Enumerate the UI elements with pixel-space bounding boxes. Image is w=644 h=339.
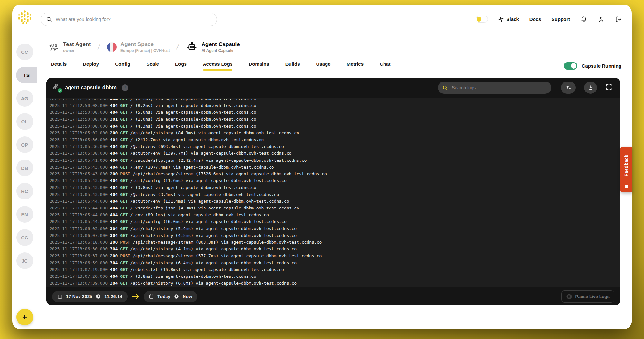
tabs-row: Details Deploy Config Scale Logs Access … [46,61,622,71]
tab-details[interactable]: Details [51,61,67,71]
slack-link-label: Slack [507,16,519,22]
sidebar-item-org-ol[interactable]: OL [16,113,33,130]
log-line: 2025-11-17T13:05:43.000 200 POST /api/ch… [50,170,620,177]
support-link[interactable]: Support [552,16,570,22]
log-line: 2025-11-17T12:50:08.000 404 GET / (4.3ms… [50,123,620,130]
log-line: 2025-11-17T13:06:07.000 304 GET /api/cha… [50,232,620,239]
tab-scale[interactable]: Scale [147,61,159,71]
tab-access-logs[interactable]: Access Logs [203,61,233,71]
service-name: agent-capsule-dbbm [65,85,117,91]
brand-logo-icon[interactable] [16,9,33,26]
log-line: 2025-11-17T12:50:08.000 404 GET / (8.2ms… [50,99,620,102]
log-line: 2025-11-17T13:06:03.000 304 GET /api/cha… [50,225,620,232]
sidebar-item-org-en[interactable]: EN [16,206,33,223]
sidebar-divider [17,35,32,35]
tab-logs[interactable]: Logs [175,61,187,71]
log-line: 2025-11-17T13:07:39.000 304 GET /api/cha… [50,280,620,286]
tab-metrics[interactable]: Metrics [347,61,364,71]
service-nodes-icon [53,83,61,92]
log-line: 2025-11-17T12:50:08.000 404 GET / (8.2ms… [50,102,620,109]
log-line: 2025-11-17T13:07:19.000 404 GET /robots.… [50,266,620,273]
log-line: 2025-11-17T13:05:38.000 404 GET /actutor… [50,150,620,157]
log-line: 2025-11-17T13:07:20.000 404 GET / (3.8ms… [50,273,620,280]
account-icon[interactable] [598,16,605,23]
theme-toggle-knob [477,17,481,22]
space-region: Europe (France) | OVH-test [120,48,170,53]
organisation-name: Test Agent [63,41,91,48]
log-line: 2025-11-17T13:05:36.000 404 GET / (2412.… [50,136,620,143]
log-line: 2025-11-17T12:50:08.000 301 GET / (1.0ms… [50,116,620,122]
log-line: 2025-11-17T13:05:43.000 404 GET /@vite/e… [50,191,620,198]
feedback-tab[interactable]: Feedback [620,147,632,192]
clock-icon [174,294,179,299]
capsule-type: AI Agent Capsule [202,48,240,53]
info-icon[interactable]: ! [122,84,128,91]
logout-icon[interactable] [615,16,622,23]
main-area: Slack Docs Support [37,5,632,329]
calendar-icon [57,294,62,299]
content-area: Test Agent owner / Agent Space Europe (F… [37,34,632,329]
calendar-icon [149,294,154,299]
log-line: 2025-11-17T13:05:44.000 404 GET /.env (8… [50,211,620,218]
space-name: Agent Space [120,41,170,48]
sidebar-item-org-jc[interactable]: JC [16,252,33,269]
download-logs-button[interactable] [584,82,597,94]
log-body[interactable]: 2025-11-17T12:50:08.000 404 GET / (8.2ms… [46,98,620,287]
add-organisation-button[interactable]: + [16,309,33,325]
log-line: 2025-11-17T13:05:02.000 200 GET /api/cha… [50,130,620,136]
pause-icon [566,294,572,300]
pause-live-logs-button[interactable]: Pause Live Logs [561,290,614,303]
breadcrumb-capsule[interactable]: Agent Capsule AI Agent Capsule [186,41,240,53]
sidebar-item-org-rc[interactable]: RC [16,183,33,199]
clock-icon [96,294,101,299]
slack-icon [498,16,504,22]
france-flag-icon [107,42,117,52]
breadcrumb-organisation[interactable]: Test Agent owner [48,41,91,53]
to-datetime-picker[interactable]: Today Now [144,291,197,302]
breadcrumb: Test Agent owner / Agent Space Europe (F… [46,41,622,53]
tab-bar: Details Deploy Config Scale Logs Access … [51,61,390,71]
tab-domains[interactable]: Domains [249,61,269,71]
service-healthy-check-icon [58,88,62,93]
tab-builds[interactable]: Builds [285,61,300,71]
from-datetime-picker[interactable]: 17 Nov 2025 11:26:14 [52,291,128,302]
log-line: 2025-11-17T12:50:08.000 404 GET / (5.0ms… [50,109,620,116]
docs-link[interactable]: Docs [529,16,541,22]
sidebar-item-org-ts-active[interactable]: TS [16,67,37,83]
app-window: CC TS AG OL OP DB RC EN CC JC + Slack Do… [12,5,632,329]
breadcrumb-space[interactable]: Agent Space Europe (France) | OVH-test [107,41,170,53]
team-icon [48,42,59,53]
log-line: 2025-11-17T13:06:30.000 304 GET /api/cha… [50,246,620,252]
breadcrumb-separator: / [97,43,101,51]
log-line: 2025-11-17T13:05:44.000 404 GET /.git/co… [50,218,620,225]
global-search[interactable] [41,13,217,26]
theme-toggle[interactable] [476,16,488,23]
to-date: Today [157,294,170,299]
log-line: 2025-11-17T13:06:59.000 304 GET /api/cha… [50,259,620,266]
log-line: 2025-11-17T13:05:43.000 404 GET /.git/co… [50,177,620,184]
log-line: 2025-11-17T13:05:44.000 404 GET /.vscode… [50,205,620,211]
notifications-bell-icon[interactable] [580,16,587,23]
sidebar-item-org-op[interactable]: OP [16,136,33,153]
capsule-name: Agent Capsule [202,41,240,48]
slack-link[interactable]: Slack [498,16,519,22]
tab-chat[interactable]: Chat [380,61,390,71]
filter-logs-button[interactable] [561,82,576,94]
from-time: 11:26:14 [104,294,122,299]
capsule-status-label: Capsule Running [582,63,621,69]
global-search-input[interactable] [55,16,212,22]
sidebar-item-org-cc-2[interactable]: CC [16,229,33,246]
log-search-input[interactable] [451,85,547,91]
tab-config[interactable]: Config [115,61,130,71]
fullscreen-icon[interactable] [605,83,614,92]
tab-usage[interactable]: Usage [316,61,331,71]
sidebar-item-org-ag[interactable]: AG [16,90,33,107]
capsule-running-toggle[interactable] [564,62,577,70]
sidebar-item-org-cc-1[interactable]: CC [16,44,33,60]
docs-link-label: Docs [529,16,541,22]
tab-deploy[interactable]: Deploy [83,61,99,71]
sidebar-item-org-db[interactable]: DB [16,160,33,176]
log-line: 2025-11-17T13:05:36.000 404 GET /@vite/e… [50,143,620,150]
log-search[interactable] [438,82,551,94]
arrow-right-icon [131,292,140,301]
